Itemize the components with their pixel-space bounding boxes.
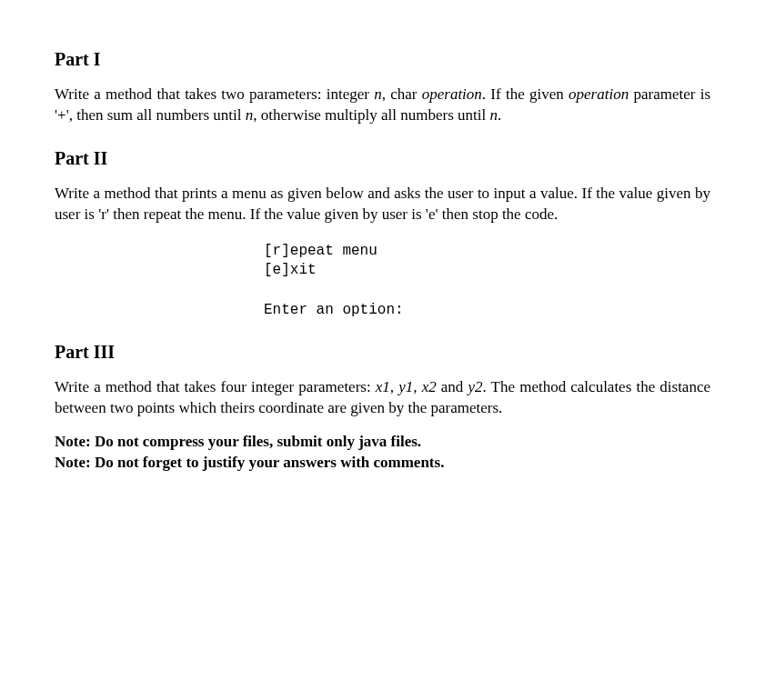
part-1-text-f: . [498, 106, 501, 124]
part-2-paragraph: Write a method that prints a menu as giv… [55, 184, 710, 225]
part-1-text-b: , char [382, 85, 422, 103]
variable-y2: y2 [468, 378, 482, 395]
part-1-text-a: Write a method that takes two parameters… [55, 85, 374, 103]
note-1: Note: Do not compress your files, submit… [55, 432, 710, 453]
variable-operation: operation [569, 85, 629, 103]
part-2-heading: Part II [55, 148, 710, 169]
variable-n: n [374, 85, 382, 103]
part-1-paragraph: Write a method that takes two parameters… [55, 85, 710, 126]
menu-code-block: [r]epeat menu [e]xit Enter an option: [264, 242, 710, 320]
part-1-heading: Part I [55, 49, 710, 70]
part-3-heading: Part III [55, 342, 710, 363]
variable-n: n [489, 106, 498, 124]
part-1-text-e: , otherwise multiply all numbers until [253, 106, 489, 124]
variable-operation: operation [422, 85, 482, 103]
part-1-text-c: . If the given [482, 85, 569, 103]
part-3-text-b: and [437, 378, 468, 395]
variable-n: n [246, 106, 254, 124]
notes-block: Note: Do not compress your files, submit… [55, 432, 710, 474]
part-3-text-a: Write a method that takes four integer p… [55, 378, 376, 395]
part-3-paragraph: Write a method that takes four integer p… [55, 377, 710, 419]
note-2: Note: Do not forget to justify your answ… [55, 453, 710, 474]
variables-x1y1x2: x1, y1, x2 [376, 378, 437, 395]
